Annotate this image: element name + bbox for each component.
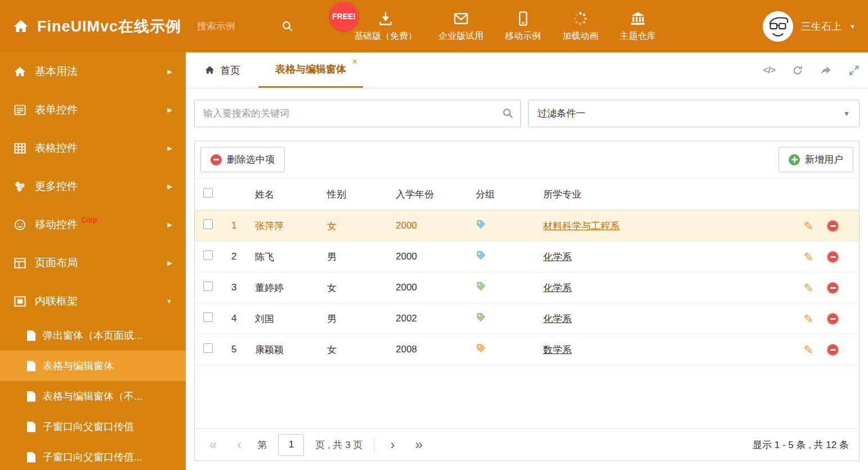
sidebar-item-mobile-controls[interactable]: 移动控件 Corp. ▶: [0, 205, 186, 244]
delete-row-icon[interactable]: [827, 251, 839, 263]
nav-item-theme-store[interactable]: 主题仓库: [620, 11, 656, 42]
nav-item-basic-free[interactable]: FREE! 基础版（免费）: [354, 11, 417, 42]
nav-item-mobile-demo[interactable]: 移动示例: [505, 11, 541, 42]
cell-year: 2008: [387, 344, 467, 355]
major-link[interactable]: 材料科学与工程系: [543, 221, 620, 231]
edit-icon[interactable]: ✎: [803, 251, 813, 263]
tag-icon: [476, 281, 486, 292]
delete-row-icon[interactable]: [827, 313, 839, 325]
sidebar-item-label: 内联框架: [35, 294, 78, 308]
caret-down-icon: ▼: [166, 298, 172, 305]
major-link[interactable]: 化学系: [543, 314, 572, 324]
search-icon[interactable]: [502, 108, 513, 121]
row-checkbox[interactable]: [203, 281, 213, 291]
open-new-window-icon[interactable]: [820, 65, 831, 76]
delete-row-icon[interactable]: [827, 220, 839, 232]
table-row[interactable]: 5 康颖颖 女 2008 数学系 ✎: [195, 334, 859, 365]
sidebar-item-label: 表格控件: [35, 141, 78, 155]
filter-dropdown[interactable]: 过滤条件一 ▼: [528, 100, 860, 127]
add-user-label: 新增用户: [805, 153, 843, 166]
refresh-icon[interactable]: [792, 65, 803, 76]
sidebar-subitem-grid-edit-window[interactable]: 表格与编辑窗体: [0, 351, 186, 381]
header-search-input[interactable]: [197, 21, 276, 32]
edit-icon[interactable]: ✎: [803, 282, 813, 294]
prev-page-icon[interactable]: ‹: [232, 438, 246, 451]
row-checkbox[interactable]: [203, 343, 213, 353]
sidebar-item-page-layout[interactable]: 页面布局 ▶: [0, 244, 186, 282]
home-icon: [204, 65, 215, 75]
row-number: 5: [223, 344, 247, 355]
delete-selected-button[interactable]: 删除选中项: [200, 147, 285, 172]
edit-icon[interactable]: ✎: [803, 344, 813, 356]
user-menu[interactable]: 三生石上 ▼: [763, 11, 856, 42]
sidebar-subitem-grid-edit-window-2[interactable]: 表格与编辑窗体（不...: [0, 381, 186, 411]
sidebar-subitem-child-to-parent[interactable]: 子窗口向父窗口传值: [0, 411, 186, 442]
page-number-input[interactable]: [278, 434, 304, 456]
first-page-icon[interactable]: «: [205, 438, 221, 451]
sidebar-item-basic-usage[interactable]: 基本用法 ▶: [0, 52, 186, 91]
table-row[interactable]: 1 张萍萍 女 2000 材料科学与工程系 ✎: [195, 211, 859, 241]
cell-name: 张萍萍: [247, 220, 319, 232]
grid-toolbar: 删除选中项 新增用户: [195, 141, 859, 178]
major-link[interactable]: 化学系: [543, 283, 572, 293]
table-search-input[interactable]: [194, 100, 521, 127]
major-link[interactable]: 数学系: [543, 344, 572, 355]
bank-icon: [630, 11, 646, 26]
sidebar-subitem-label: 表格与编辑窗体: [43, 359, 114, 373]
cell-year: 2000: [387, 251, 467, 262]
brand[interactable]: FineUIMvc在线示例: [12, 16, 181, 37]
row-number: 4: [223, 313, 247, 324]
row-checkbox[interactable]: [203, 312, 213, 322]
fullscreen-icon[interactable]: [848, 65, 860, 76]
next-page-icon[interactable]: ›: [386, 438, 399, 451]
delete-row-icon[interactable]: [827, 344, 839, 356]
tab-grid-edit-window[interactable]: 表格与编辑窗体 ×: [258, 52, 363, 88]
grid-panel: 删除选中项 新增用户 姓名 性别 入学年份 分组 所学专业: [194, 141, 860, 461]
cell-name: 康颖颖: [247, 343, 319, 356]
corp-badge: Corp.: [81, 216, 99, 224]
user-name: 三生石上: [801, 20, 842, 33]
app-title: FineUIMvc在线示例: [37, 16, 181, 37]
chevron-right-icon: ▶: [168, 106, 172, 114]
col-header-group[interactable]: 分组: [467, 188, 535, 201]
add-user-button[interactable]: 新增用户: [778, 147, 853, 172]
sidebar-subitem-popup-window[interactable]: 弹出窗体（本页面或...: [0, 320, 186, 351]
table-row[interactable]: 4 刘国 男 2002 化学系 ✎: [195, 303, 859, 334]
record-summary: 显示 1 - 5 条 , 共 12 条: [753, 438, 849, 451]
sidebar-subitem-label: 弹出窗体（本页面或...: [43, 329, 142, 342]
major-link[interactable]: 化学系: [543, 252, 572, 262]
chevron-right-icon: ▶: [168, 68, 172, 75]
nav-item-loading-animations[interactable]: 加载动画: [562, 11, 598, 42]
select-all-checkbox[interactable]: [203, 188, 213, 198]
nav-label: 加载动画: [562, 30, 598, 42]
sidebar-item-inline-frame[interactable]: 内联框架 ▼: [0, 282, 186, 320]
sidebar-item-more-controls[interactable]: 更多控件 ▶: [0, 167, 186, 205]
col-header-gender[interactable]: 性别: [319, 188, 387, 201]
layout-icon: [14, 257, 26, 270]
nav-item-enterprise-trial[interactable]: 企业版试用: [439, 11, 484, 42]
sidebar-item-label: 移动控件: [35, 217, 78, 232]
table-row[interactable]: 3 董婷婷 女 2000 化学系 ✎: [195, 272, 859, 303]
cell-gender: 女: [319, 343, 387, 356]
col-header-name[interactable]: 姓名: [247, 188, 319, 201]
search-icon[interactable]: [281, 20, 293, 32]
row-checkbox[interactable]: [203, 220, 213, 229]
edit-icon[interactable]: ✎: [803, 313, 813, 325]
view-source-icon[interactable]: </>: [763, 65, 775, 76]
sidebar-item-form-controls[interactable]: 表单控件 ▶: [0, 91, 186, 129]
pagination-bar: « ‹ 第 页 , 共 3 页 › » 显示 1 - 5 条 , 共 12 条: [195, 428, 859, 460]
sidebar-subitem-child-to-parent-2[interactable]: 子窗口向父窗口传值...: [0, 442, 186, 470]
last-page-icon[interactable]: »: [410, 438, 427, 451]
page-label-post: 页 , 共 3 页: [315, 438, 363, 451]
table-row[interactable]: 2 陈飞 男 2000 化学系 ✎: [195, 241, 859, 272]
col-header-year[interactable]: 入学年份: [387, 188, 467, 201]
close-icon[interactable]: ×: [352, 57, 357, 66]
delete-row-icon[interactable]: [827, 282, 839, 294]
tab-home[interactable]: 首页: [194, 52, 250, 88]
row-checkbox[interactable]: [203, 250, 213, 260]
sidebar-item-grid-controls[interactable]: 表格控件 ▶: [0, 129, 186, 167]
more-controls-icon: [14, 180, 26, 193]
edit-icon[interactable]: ✎: [803, 220, 813, 232]
col-header-major[interactable]: 所学专业: [535, 188, 798, 201]
mail-icon: [453, 11, 469, 26]
